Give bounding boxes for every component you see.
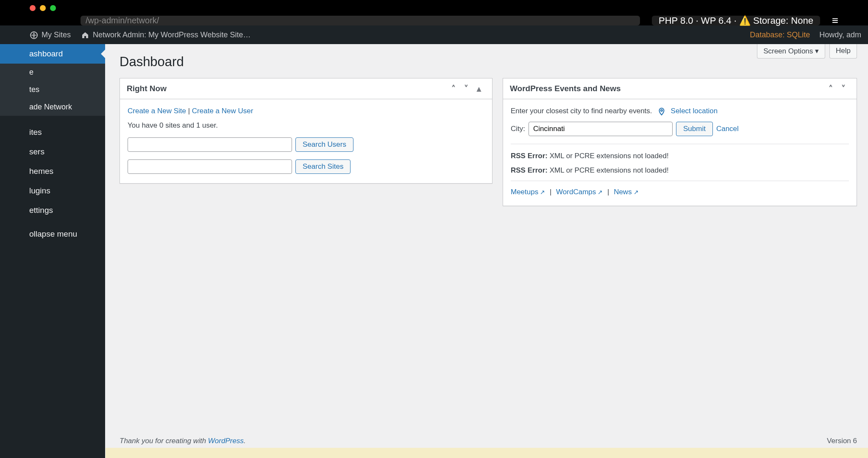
adminbar-mysites[interactable]: My Sites <box>30 30 71 39</box>
location-pin-icon[interactable] <box>657 107 666 116</box>
separator: | <box>607 188 609 196</box>
home-icon <box>81 30 89 39</box>
chevron-down-icon[interactable]: ˅ <box>837 84 850 94</box>
adminbar-mysites-label: My Sites <box>42 31 71 39</box>
submit-button[interactable]: Submit <box>676 122 713 136</box>
url-display[interactable]: /wp-admin/network/ <box>81 16 640 25</box>
bottom-notice-bar <box>106 448 868 458</box>
rss-error-label: RSS Error: <box>511 166 548 174</box>
sidebar-item-dashboard[interactable]: ashboard <box>0 44 105 64</box>
search-sites-button[interactable]: Search Sites <box>295 159 351 174</box>
sidebar-item-sites[interactable]: ites <box>0 123 105 142</box>
os-titlebar <box>0 0 868 16</box>
city-input[interactable] <box>529 122 673 136</box>
wp-admin-bar: My Sites Network Admin: My WordPress Web… <box>0 25 868 44</box>
env-status-pill: PHP 8.0 · WP 6.4 · ⚠️ Storage: None <box>652 16 820 25</box>
caret-up-icon[interactable]: ▴ <box>473 84 485 94</box>
footer-period: . <box>244 437 246 445</box>
menu-icon[interactable]: ≡ <box>832 14 838 27</box>
external-link-icon: ↗ <box>540 189 545 195</box>
cancel-link[interactable]: Cancel <box>716 125 739 133</box>
sidebar-item-plugins[interactable]: lugins <box>0 181 105 201</box>
sidebar-sub-home[interactable]: e <box>0 64 105 81</box>
adminbar-network-label: Network Admin: My WordPress Website Site… <box>93 31 250 39</box>
traffic-min-icon[interactable] <box>40 5 46 11</box>
create-new-user-link[interactable]: Create a New User <box>192 107 253 115</box>
sidebar-item-settings[interactable]: ettings <box>0 201 105 220</box>
admin-sidebar: ashboard e tes ade Network ites sers hem… <box>0 44 105 458</box>
sidebar-sub-upgrade[interactable]: ade Network <box>0 98 105 116</box>
page-title: Dashboard <box>120 54 857 70</box>
events-intro-text: Enter your closest city to find nearby e… <box>511 107 652 115</box>
separator: | <box>550 188 551 196</box>
search-sites-input[interactable] <box>128 159 292 174</box>
search-users-button[interactable]: Search Users <box>295 137 353 152</box>
sidebar-item-users[interactable]: sers <box>0 142 105 162</box>
wordpress-link[interactable]: WordPress <box>208 437 244 445</box>
sidebar-collapse[interactable]: ollapse menu <box>0 224 105 244</box>
rss-error-message: XML or PCRE extensions not loaded! <box>550 152 669 160</box>
chevron-up-icon[interactable]: ˄ <box>447 84 460 94</box>
browser-urlbar-row: /wp-admin/network/ PHP 8.0 · WP 6.4 · ⚠️… <box>0 16 868 25</box>
screen-options-tab[interactable]: Screen Options ▾ <box>757 44 825 59</box>
sites-users-count: You have 0 sites and 1 user. <box>128 121 484 130</box>
widget-events-title: WordPress Events and News <box>510 84 621 93</box>
traffic-close-icon[interactable] <box>30 5 36 11</box>
svg-point-1 <box>661 109 662 111</box>
select-location-link[interactable]: Select location <box>671 107 718 115</box>
wordcamps-link[interactable]: WordCamps <box>556 188 596 196</box>
separator: | <box>188 107 192 115</box>
sites-icon <box>30 30 38 39</box>
search-users-input[interactable] <box>128 137 292 152</box>
external-link-icon: ↗ <box>598 189 603 195</box>
meetups-link[interactable]: Meetups <box>511 188 538 196</box>
sidebar-sub-sites[interactable]: tes <box>0 81 105 98</box>
adminbar-database[interactable]: Database: SQLite <box>750 31 810 39</box>
adminbar-howdy[interactable]: Howdy, adm <box>819 31 861 39</box>
rss-error-message: XML or PCRE extensions not loaded! <box>550 166 669 174</box>
chevron-up-icon[interactable]: ˄ <box>824 84 837 94</box>
adminbar-network[interactable]: Network Admin: My WordPress Website Site… <box>81 30 250 39</box>
chevron-down-icon[interactable]: ˅ <box>460 84 473 94</box>
admin-footer: Thank you for creating with WordPress. V… <box>120 437 857 445</box>
widget-right-now: Right Now ˄ ˅ ▴ Create a New Site | Crea… <box>120 78 492 184</box>
help-tab[interactable]: Help <box>829 44 857 59</box>
footer-thanks: Thank you for creating with <box>120 437 208 445</box>
traffic-max-icon[interactable] <box>50 5 56 11</box>
rss-error-label: RSS Error: <box>511 152 548 160</box>
widget-events-news: WordPress Events and News ˄ ˅ Enter your… <box>503 78 857 206</box>
city-label: City: <box>511 125 525 133</box>
sidebar-item-themes[interactable]: hemes <box>0 162 105 181</box>
create-new-site-link[interactable]: Create a New Site <box>128 107 186 115</box>
news-link[interactable]: News <box>614 188 632 196</box>
version-label: Version 6 <box>827 437 857 445</box>
external-link-icon: ↗ <box>634 189 639 195</box>
main-content: Screen Options ▾ Help Dashboard Right No… <box>105 44 868 458</box>
widget-right-now-title: Right Now <box>127 84 167 93</box>
